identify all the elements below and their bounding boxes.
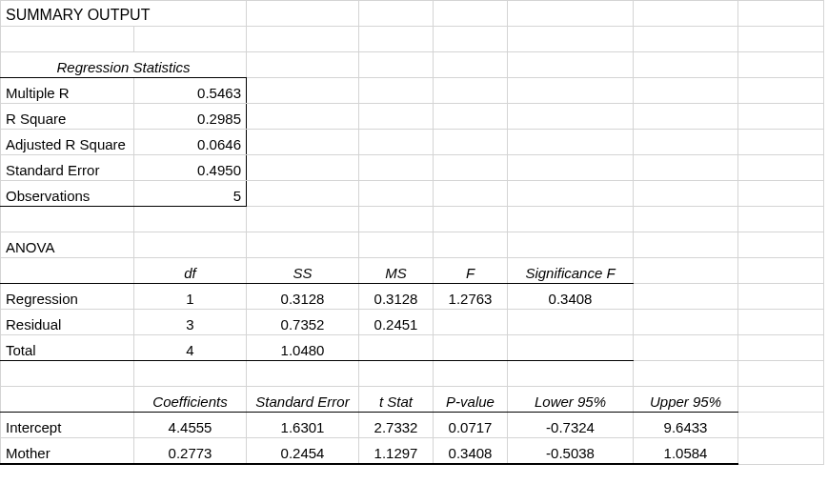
coef-intercept-lo: -0.7324 (508, 413, 634, 438)
coef-col-lo: Lower 95% (508, 387, 634, 413)
summary-output-title: SUMMARY OUTPUT (1, 1, 247, 27)
anova-regression-label: Regression (1, 284, 134, 310)
r-square-value: 0.2985 (134, 104, 247, 130)
anova-title: ANOVA (1, 232, 134, 258)
anova-regression-ss: 0.3128 (247, 284, 359, 310)
anova-total-label: Total (1, 335, 134, 361)
anova-residual-df: 3 (134, 310, 247, 335)
coef-mother-t: 1.1297 (359, 438, 434, 465)
coef-col-se: Standard Error (247, 387, 359, 413)
coef-intercept-hi: 9.6433 (634, 413, 738, 438)
anova-regression-df: 1 (134, 284, 247, 310)
coef-mother-coef: 0.2773 (134, 438, 247, 465)
std-error-label: Standard Error (1, 155, 134, 181)
anova-total-row: Total 4 1.0480 (1, 335, 824, 361)
coef-intercept-coef: 4.4555 (134, 413, 247, 438)
coef-col-hi: Upper 95% (634, 387, 738, 413)
r-square-label: R Square (1, 104, 134, 130)
reg-stats-header: Regression Statistics (1, 52, 247, 78)
coef-mother-lo: -0.5038 (508, 438, 634, 465)
anova-header-row: df SS MS F Significance F (1, 258, 824, 284)
coef-col-t: t Stat (359, 387, 434, 413)
anova-title-row: ANOVA (1, 232, 824, 258)
observations-row: Observations 5 (1, 181, 824, 207)
anova-col-df: df (134, 258, 247, 284)
r-square-row: R Square 0.2985 (1, 104, 824, 130)
multiple-r-value: 0.5463 (134, 78, 247, 104)
anova-col-f: F (434, 258, 508, 284)
multiple-r-row: Multiple R 0.5463 (1, 78, 824, 104)
anova-residual-row: Residual 3 0.7352 0.2451 (1, 310, 824, 335)
anova-regression-sigf: 0.3408 (508, 284, 634, 310)
coef-mother-label: Mother (1, 438, 134, 465)
anova-residual-label: Residual (1, 310, 134, 335)
observations-label: Observations (1, 181, 134, 207)
regression-output-table: SUMMARY OUTPUT Regression Statistics Mul… (0, 0, 824, 465)
anova-regression-ms: 0.3128 (359, 284, 434, 310)
observations-value: 5 (134, 181, 247, 207)
anova-total-df: 4 (134, 335, 247, 361)
adj-r-square-label: Adjusted R Square (1, 130, 134, 155)
coef-mother-row: Mother 0.2773 0.2454 1.1297 0.3408 -0.50… (1, 438, 824, 465)
coef-header-row: Coefficients Standard Error t Stat P-val… (1, 387, 824, 413)
anova-col-sigf: Significance F (508, 258, 634, 284)
coef-intercept-row: Intercept 4.4555 1.6301 2.7332 0.0717 -0… (1, 413, 824, 438)
coef-intercept-p: 0.0717 (434, 413, 508, 438)
coef-intercept-se: 1.6301 (247, 413, 359, 438)
anova-col-ss: SS (247, 258, 359, 284)
adj-r-square-row: Adjusted R Square 0.0646 (1, 130, 824, 155)
coef-mother-p: 0.3408 (434, 438, 508, 465)
std-error-value: 0.4950 (134, 155, 247, 181)
anova-residual-ms: 0.2451 (359, 310, 434, 335)
coef-intercept-label: Intercept (1, 413, 134, 438)
coef-col-p: P-value (434, 387, 508, 413)
anova-total-ss: 1.0480 (247, 335, 359, 361)
coef-col-coef: Coefficients (134, 387, 247, 413)
adj-r-square-value: 0.0646 (134, 130, 247, 155)
reg-stats-header-row: Regression Statistics (1, 52, 824, 78)
coef-intercept-t: 2.7332 (359, 413, 434, 438)
anova-regression-row: Regression 1 0.3128 0.3128 1.2763 0.3408 (1, 284, 824, 310)
anova-regression-f: 1.2763 (434, 284, 508, 310)
anova-col-ms: MS (359, 258, 434, 284)
multiple-r-label: Multiple R (1, 78, 134, 104)
std-error-row: Standard Error 0.4950 (1, 155, 824, 181)
anova-residual-ss: 0.7352 (247, 310, 359, 335)
coef-mother-se: 0.2454 (247, 438, 359, 465)
title-row: SUMMARY OUTPUT (1, 1, 824, 27)
coef-mother-hi: 1.0584 (634, 438, 738, 465)
